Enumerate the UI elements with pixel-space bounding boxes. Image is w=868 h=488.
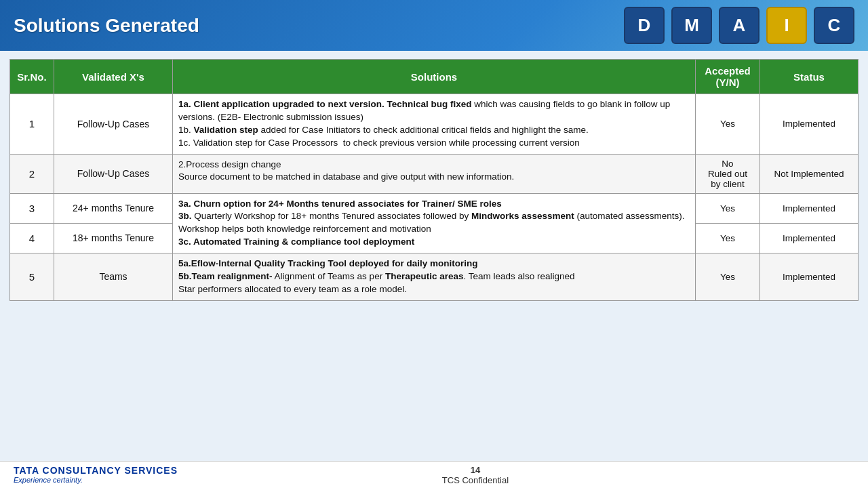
dmaic-m[interactable]: M xyxy=(671,7,712,44)
footer-center: 14 TCS Confidential xyxy=(442,465,509,485)
tcs-tagline: Experience certainty. xyxy=(14,476,178,484)
status-5: Implemented xyxy=(760,253,859,301)
status-4: Implemented xyxy=(760,223,859,253)
validated-2: Follow-Up Cases xyxy=(54,154,173,193)
dmaic-d[interactable]: D xyxy=(624,7,665,44)
main-content: Sr.No. Validated X's Solutions Accepted … xyxy=(0,51,868,461)
table-row: 2 Follow-Up Cases 2.Process design chang… xyxy=(10,154,859,193)
confidential-label: TCS Confidential xyxy=(442,475,509,485)
col-validated: Validated X's xyxy=(54,60,173,94)
col-solutions: Solutions xyxy=(173,60,696,94)
status-3: Implemented xyxy=(760,193,859,223)
srno-2: 2 xyxy=(10,154,54,193)
col-status: Status xyxy=(760,60,859,94)
srno-5: 5 xyxy=(10,253,54,301)
solution-5: 5a.Eflow-Internal Quality Tracking Tool … xyxy=(173,253,696,301)
table-row: 3 24+ months Tenure 3a. Churn option for… xyxy=(10,193,859,223)
table-row: 1 Follow-Up Cases 1a. Client application… xyxy=(10,94,859,155)
status-2: Not Implemented xyxy=(760,154,859,193)
accepted-2: NoRuled outby client xyxy=(696,154,760,193)
table-row: 5 Teams 5a.Eflow-Internal Quality Tracki… xyxy=(10,253,859,301)
validated-4: 18+ months Tenure xyxy=(54,223,173,253)
accepted-3: Yes xyxy=(696,193,760,223)
solution-3-4: 3a. Churn option for 24+ Months tenured … xyxy=(173,193,696,253)
page-title: Solutions Generated xyxy=(14,15,199,37)
col-srno: Sr.No. xyxy=(10,60,54,94)
dmaic-i[interactable]: I xyxy=(766,7,807,44)
tcs-name: TATA CONSULTANCY SERVICES xyxy=(14,466,178,476)
tcs-logo: TATA CONSULTANCY SERVICES Experience cer… xyxy=(14,466,178,484)
solution-1: 1a. Client application upgraded to next … xyxy=(173,94,696,155)
header: Solutions Generated D M A I C xyxy=(0,0,868,51)
accepted-4: Yes xyxy=(696,223,760,253)
solutions-table: Sr.No. Validated X's Solutions Accepted … xyxy=(9,59,859,301)
srno-3: 3 xyxy=(10,193,54,223)
col-accepted: Accepted (Y/N) xyxy=(696,60,760,94)
srno-1: 1 xyxy=(10,94,54,155)
accepted-5: Yes xyxy=(696,253,760,301)
dmaic-buttons: D M A I C xyxy=(624,7,854,44)
footer: TATA CONSULTANCY SERVICES Experience cer… xyxy=(0,461,868,488)
validated-3: 24+ months Tenure xyxy=(54,193,173,223)
validated-1: Follow-Up Cases xyxy=(54,94,173,155)
validated-5: Teams xyxy=(54,253,173,301)
srno-4: 4 xyxy=(10,223,54,253)
status-1: Implemented xyxy=(760,94,859,155)
accepted-1: Yes xyxy=(696,94,760,155)
solution-2: 2.Process design change Source document … xyxy=(173,154,696,193)
dmaic-a[interactable]: A xyxy=(719,7,760,44)
dmaic-c[interactable]: C xyxy=(814,7,854,44)
page-number: 14 xyxy=(442,465,509,475)
